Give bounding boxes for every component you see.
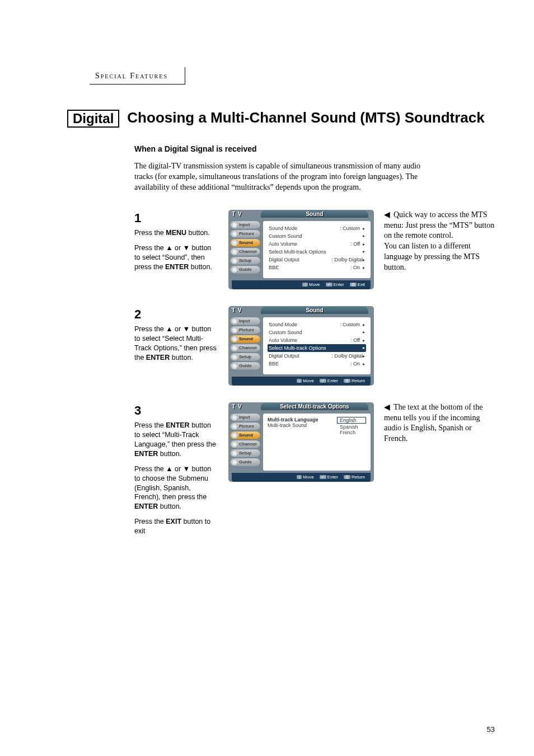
step-2-text: 2 Press the ▲ or ▼ button to select “Sel… bbox=[134, 306, 218, 363]
arrow-left-icon: ◀ bbox=[384, 403, 390, 411]
button-ref: ENTER bbox=[134, 503, 158, 510]
side-setup: Setup bbox=[230, 353, 260, 361]
osd-tv-label: T V bbox=[232, 403, 259, 410]
side-channel: Channel bbox=[230, 344, 260, 352]
side-sound: Sound bbox=[230, 431, 260, 439]
button-ref: EXIT bbox=[166, 518, 181, 525]
side-guide: Guide bbox=[230, 266, 260, 274]
button-ref: MENU bbox=[166, 229, 186, 237]
osd-sidebar: Input Picture Sound Channel Setup Guide bbox=[228, 219, 262, 280]
osd-panel: Sound Mode: Custom ▸ Custom Sound▸ Auto … bbox=[263, 221, 371, 278]
button-ref: ENTER bbox=[146, 354, 170, 361]
content-area: When a Digital Signal is received The di… bbox=[134, 144, 495, 536]
osd-footer: ↕Move ↵Enter ☰Return bbox=[232, 377, 371, 386]
txt: Press the bbox=[134, 421, 166, 429]
highlighted-row: Select Multi-track Options▸ bbox=[268, 344, 366, 352]
page: Special Features Digital Choosing a Mult… bbox=[0, 0, 534, 756]
step-number: 1 bbox=[134, 210, 218, 227]
side-input: Input bbox=[230, 221, 260, 229]
option: Spanish bbox=[337, 424, 366, 430]
arrow-left-icon: ◀ bbox=[384, 210, 390, 219]
button-ref: ENTER bbox=[166, 421, 189, 429]
txt: Press the bbox=[134, 229, 166, 237]
osd-panel: Multi-track Language Multi-track Sound E… bbox=[263, 414, 371, 471]
button-ref: ENTER bbox=[165, 263, 189, 271]
note-1: ◀Quick way to access the MTS menu: Just … bbox=[384, 210, 495, 273]
step-3: 3 Press the ENTER button to select “Mult… bbox=[134, 402, 495, 536]
side-picture: Picture bbox=[230, 422, 260, 430]
step-number: 2 bbox=[134, 306, 218, 323]
step-1: 1 Press the MENU button. Press the ▲ or … bbox=[134, 210, 495, 289]
osd-screenshot-1: T V Sound Input Picture Sound Channel Se… bbox=[228, 210, 374, 289]
osd-sidebar: Input Picture Sound Channel Setup Guide bbox=[228, 315, 262, 377]
side-setup: Setup bbox=[230, 449, 260, 457]
side-sound: Sound bbox=[230, 335, 260, 343]
osd-title: Select Multi-track Options bbox=[261, 403, 368, 410]
txt: button. bbox=[170, 354, 193, 361]
osd-panel: Sound Mode: Custom ▸ Custom Sound▸ Auto … bbox=[263, 317, 371, 374]
osd-sidebar: Input Picture Sound Channel Setup Guide bbox=[228, 411, 262, 473]
osd-footer: ↕Move ↵Enter ☰Exit bbox=[232, 280, 371, 289]
txt: button. bbox=[158, 450, 181, 458]
osd-tv-label: T V bbox=[232, 211, 259, 217]
step-3-text: 3 Press the ENTER button to select “Mult… bbox=[134, 402, 218, 536]
side-guide: Guide bbox=[230, 458, 260, 466]
osd-screenshot-2: T V Sound Input Picture Sound Channel Se… bbox=[228, 306, 374, 386]
txt: button. bbox=[189, 263, 212, 271]
intro-paragraph: The digital-TV transmission system is ca… bbox=[134, 161, 437, 193]
section-header: Special Features bbox=[90, 67, 185, 84]
step-2: 2 Press the ▲ or ▼ button to select “Sel… bbox=[134, 306, 495, 386]
side-input: Input bbox=[230, 317, 260, 325]
step-number: 3 bbox=[134, 402, 218, 419]
button-ref: ENTER bbox=[134, 450, 158, 458]
side-sound: Sound bbox=[230, 239, 260, 247]
title-row: Digital Choosing a Multi-Channel Sound (… bbox=[67, 110, 495, 128]
side-setup: Setup bbox=[230, 257, 260, 265]
side-picture: Picture bbox=[230, 230, 260, 238]
side-channel: Channel bbox=[230, 248, 260, 256]
osd-screenshot-3: T V Select Multi-track Options Input Pic… bbox=[228, 402, 374, 482]
txt: button. bbox=[186, 229, 210, 237]
osd-title: Sound bbox=[261, 210, 368, 218]
txt: Press the bbox=[134, 518, 166, 525]
osd-title: Sound bbox=[261, 307, 368, 314]
page-number: 53 bbox=[487, 725, 495, 734]
digital-tag: Digital bbox=[67, 110, 119, 128]
side-input: Input bbox=[230, 414, 260, 421]
side-picture: Picture bbox=[230, 326, 260, 334]
osd-footer: ↕Move ↵Enter ☰Return bbox=[232, 473, 371, 482]
subheading: When a Digital Signal is received bbox=[134, 144, 495, 153]
side-channel: Channel bbox=[230, 440, 260, 448]
note-3: ◀The text at the bottom of the menu tell… bbox=[384, 402, 495, 445]
side-guide: Guide bbox=[230, 362, 260, 370]
txt: button. bbox=[158, 503, 181, 510]
page-title: Choosing a Multi-Channel Sound (MTS) Sou… bbox=[127, 110, 484, 126]
osd-tv-label: T V bbox=[232, 307, 259, 313]
option: French bbox=[337, 430, 366, 435]
option-selected: English bbox=[337, 417, 366, 424]
txt: Press the ▲ or ▼ button to choose the Su… bbox=[134, 465, 211, 501]
step-1-text: 1 Press the MENU button. Press the ▲ or … bbox=[134, 210, 218, 272]
